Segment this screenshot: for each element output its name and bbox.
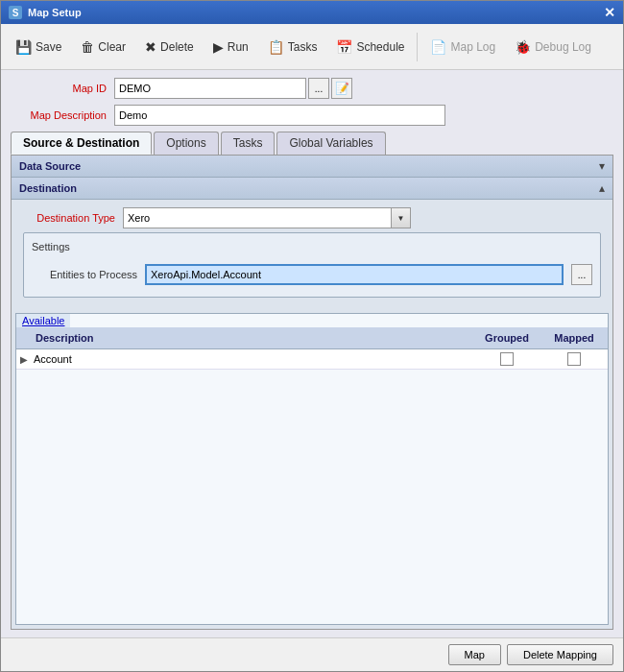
mapped-checkbox[interactable] bbox=[567, 352, 581, 366]
close-button[interactable]: ✕ bbox=[604, 6, 615, 19]
table-body: ▶ Account bbox=[16, 349, 608, 624]
settings-title: Settings bbox=[32, 241, 592, 252]
row-expander[interactable]: ▶ bbox=[16, 354, 30, 365]
main-window: S Map Setup ✕ 💾 Save 🗑 Clear ✖ Delete ▶ … bbox=[0, 0, 624, 672]
destination-form: Destination Type Xero ▼ Settings bbox=[12, 200, 612, 309]
map-button[interactable]: Map bbox=[448, 644, 501, 665]
destination-section: Destination ▴ Destination Type Xero ▼ bbox=[12, 178, 612, 309]
available-link[interactable]: Available bbox=[16, 314, 608, 327]
debug-log-button[interactable]: 🐞 Debug Log bbox=[506, 30, 600, 64]
debug-log-icon: 🐞 bbox=[515, 39, 531, 55]
separator bbox=[417, 33, 418, 61]
schedule-button[interactable]: 📅 Schedule bbox=[327, 30, 413, 64]
destination-toggle: ▴ bbox=[599, 181, 605, 195]
main-content: Map ID ... 📝 Map Description Source & De… bbox=[1, 70, 623, 637]
toolbar: 💾 Save 🗑 Clear ✖ Delete ▶ Run 📋 Tasks 📅 … bbox=[1, 24, 623, 70]
entities-browse-button[interactable]: ... bbox=[571, 264, 592, 285]
row-mapped-check[interactable] bbox=[540, 352, 608, 366]
schedule-icon: 📅 bbox=[336, 39, 352, 55]
map-log-icon: 📄 bbox=[430, 39, 446, 55]
tasks-icon: 📋 bbox=[268, 39, 284, 55]
map-log-button[interactable]: 📄 Map Log bbox=[421, 30, 504, 64]
tab-source-destination[interactable]: Source & Destination bbox=[11, 132, 152, 155]
tab-container: Source & Destination Options Tasks Globa… bbox=[11, 132, 613, 630]
settings-box: Settings Entities to Process ... bbox=[23, 232, 601, 298]
entities-input[interactable] bbox=[145, 264, 564, 285]
map-id-input-group: ... 📝 bbox=[114, 78, 613, 99]
table-row: ▶ Account bbox=[16, 349, 608, 370]
col-description: Description bbox=[30, 329, 473, 347]
save-icon: 💾 bbox=[15, 39, 32, 55]
map-id-browse-button[interactable]: ... bbox=[308, 78, 329, 99]
map-desc-input[interactable] bbox=[114, 105, 445, 126]
title-bar: S Map Setup ✕ bbox=[1, 1, 623, 24]
save-button[interactable]: 💾 Save bbox=[7, 30, 70, 64]
col-grouped: Grouped bbox=[473, 329, 540, 347]
delete-mapping-button[interactable]: Delete Mapping bbox=[507, 644, 613, 665]
map-id-icon-button[interactable]: 📝 bbox=[331, 78, 352, 99]
notepad-icon: 📝 bbox=[335, 82, 349, 95]
table-header: Description Grouped Mapped bbox=[16, 327, 608, 349]
tab-options[interactable]: Options bbox=[154, 132, 218, 155]
tab-global-variables[interactable]: Global Variables bbox=[276, 132, 385, 155]
delete-button[interactable]: ✖ Delete bbox=[136, 30, 203, 64]
data-source-section-header[interactable]: Data Source ▾ bbox=[12, 156, 612, 178]
run-button[interactable]: ▶ Run bbox=[204, 30, 257, 64]
map-desc-label: Map Description bbox=[11, 109, 107, 121]
row-description: Account bbox=[30, 349, 473, 369]
tab-tasks[interactable]: Tasks bbox=[221, 132, 276, 155]
window-title: Map Setup bbox=[28, 7, 82, 18]
run-icon: ▶ bbox=[213, 39, 224, 55]
destination-title: Destination bbox=[19, 182, 77, 194]
dest-type-label: Destination Type bbox=[19, 212, 115, 224]
col-mapped: Mapped bbox=[540, 329, 608, 347]
dest-type-select[interactable]: Xero bbox=[123, 207, 392, 228]
map-desc-row: Map Description bbox=[11, 105, 613, 126]
dest-type-row: Destination Type Xero ▼ bbox=[19, 207, 605, 228]
delete-icon: ✖ bbox=[145, 39, 156, 55]
entities-label: Entities to Process bbox=[32, 269, 137, 280]
grouped-checkbox[interactable] bbox=[500, 352, 514, 366]
dest-type-select-wrap: Xero ▼ bbox=[123, 207, 411, 228]
bottom-bar: Map Delete Mapping bbox=[1, 637, 623, 671]
data-source-toggle: ▾ bbox=[599, 159, 605, 173]
map-id-input[interactable] bbox=[114, 78, 306, 99]
tab-content: Data Source ▾ Destination ▴ Destination … bbox=[11, 155, 613, 630]
map-id-label: Map ID bbox=[11, 83, 107, 94]
tab-bar: Source & Destination Options Tasks Globa… bbox=[11, 132, 613, 155]
entities-row: Entities to Process ... bbox=[32, 260, 592, 289]
app-icon: S bbox=[9, 6, 22, 19]
clear-button[interactable]: 🗑 Clear bbox=[72, 30, 134, 64]
expander-col bbox=[16, 329, 30, 347]
dest-type-dropdown-arrow[interactable]: ▼ bbox=[392, 207, 411, 228]
data-source-title: Data Source bbox=[19, 160, 81, 172]
tasks-button[interactable]: 📋 Tasks bbox=[259, 30, 326, 64]
row-grouped-check[interactable] bbox=[473, 352, 540, 366]
clear-icon: 🗑 bbox=[81, 39, 94, 55]
available-section: Available Description Grouped Mapped ▶ A… bbox=[15, 313, 609, 625]
destination-header[interactable]: Destination ▴ bbox=[12, 178, 612, 200]
map-id-row: Map ID ... 📝 bbox=[11, 78, 613, 99]
